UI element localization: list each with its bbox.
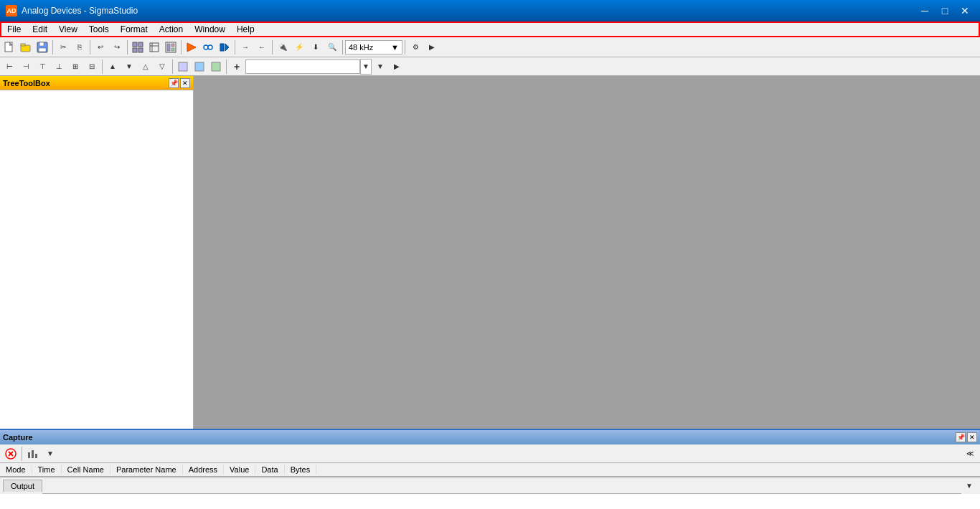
add-button[interactable]: + xyxy=(229,59,245,75)
maximize-button[interactable]: □ xyxy=(936,4,954,18)
sample-rate-dropdown[interactable]: 48 kHz ▼ xyxy=(345,40,402,54)
save-button[interactable] xyxy=(34,39,50,55)
svg-rect-31 xyxy=(35,454,37,458)
download-button[interactable]: ⬇ xyxy=(308,39,324,55)
settings-button[interactable]: ⚙ xyxy=(407,39,423,55)
toolbar2: ⊢ ⊣ ⊤ ⊥ ⊞ ⊟ ▲ ▼ △ ▽ + ▼ ▼ ▶ xyxy=(0,57,980,76)
tree-toolbox-header: TreeToolBox 📌 ✕ xyxy=(0,76,193,90)
col-mode: Mode xyxy=(0,465,32,475)
separator7 xyxy=(342,40,343,54)
capture-header: Capture 📌 ✕ xyxy=(0,430,980,444)
svg-rect-29 xyxy=(28,452,30,458)
menu-bar: File Edit View Tools Format Action Windo… xyxy=(0,22,980,37)
run-button[interactable] xyxy=(217,39,232,55)
menu-file[interactable]: File xyxy=(1,22,27,37)
svg-point-20 xyxy=(208,45,212,49)
capture-table-header: Mode Time Cell Name Parameter Name Addre… xyxy=(0,463,980,477)
toolbar-overflow[interactable]: ▶ xyxy=(424,39,440,55)
align-bottom-button[interactable]: ⊥ xyxy=(51,59,67,75)
cap-sep1 xyxy=(22,447,22,461)
menu-edit[interactable]: Edit xyxy=(27,22,53,37)
export-button[interactable]: → xyxy=(237,39,253,55)
sep-tb2-3 xyxy=(226,60,227,74)
bring-front-button[interactable]: ▲ xyxy=(105,59,121,75)
disconnect-button[interactable]: ⚡ xyxy=(291,39,307,55)
align-center-button[interactable]: ⊣ xyxy=(18,59,34,75)
capture-pin-button[interactable]: 📌 xyxy=(956,432,966,442)
copy-button[interactable]: ⎘ xyxy=(72,39,88,55)
svg-rect-5 xyxy=(39,48,46,52)
compile-button[interactable] xyxy=(184,39,199,55)
tree-toolbox-title: TreeToolBox xyxy=(3,79,50,87)
new-button[interactable] xyxy=(1,39,17,55)
grid-button[interactable] xyxy=(130,39,146,55)
svg-rect-7 xyxy=(138,42,143,47)
menu-window[interactable]: Window xyxy=(189,22,231,37)
footer-scroll-btn[interactable]: ▼ xyxy=(961,478,977,494)
svg-rect-4 xyxy=(39,42,44,46)
menu-format[interactable]: Format xyxy=(115,22,154,37)
menu-view[interactable]: View xyxy=(53,22,83,37)
color1-button[interactable] xyxy=(175,59,191,75)
connect-button[interactable]: 🔌 xyxy=(275,39,291,55)
cut-button[interactable]: ✂ xyxy=(55,39,71,55)
svg-rect-16 xyxy=(171,48,174,51)
link-button[interactable] xyxy=(200,39,216,55)
sep-tb2-1 xyxy=(102,60,103,74)
distribute-h-button[interactable]: ⊞ xyxy=(67,59,83,75)
col-data: Data xyxy=(255,465,284,475)
svg-rect-30 xyxy=(32,450,34,458)
bring-forward-button[interactable]: △ xyxy=(138,59,154,75)
dropdown-btn[interactable]: ▼ xyxy=(360,59,372,75)
debug-button[interactable]: 🔍 xyxy=(324,39,340,55)
svg-rect-10 xyxy=(150,43,159,52)
import-button[interactable]: ← xyxy=(254,39,270,55)
capture-collapse-btn[interactable]: ≪ xyxy=(963,448,977,460)
svg-rect-25 xyxy=(212,62,220,71)
send-back-button[interactable]: ▼ xyxy=(121,59,137,75)
close-button[interactable]: ✕ xyxy=(956,4,974,18)
align-top-button[interactable]: ⊤ xyxy=(34,59,50,75)
col-address: Address xyxy=(183,465,224,475)
col-time: Time xyxy=(32,465,62,475)
separator8 xyxy=(405,40,405,54)
view-input[interactable] xyxy=(245,60,360,74)
toolbar2-overflow[interactable]: ▶ xyxy=(389,59,405,75)
sample-rate-value: 48 kHz xyxy=(349,43,373,52)
align-left-button[interactable]: ⊢ xyxy=(1,59,17,75)
capture-dropdown-btn[interactable]: ▼ xyxy=(42,446,58,462)
menu-action[interactable]: Action xyxy=(154,22,189,37)
schematic-button[interactable] xyxy=(146,39,162,55)
distribute-v-button[interactable]: ⊟ xyxy=(84,59,100,75)
menu-help[interactable]: Help xyxy=(231,22,260,37)
output-tab[interactable]: Output xyxy=(3,480,42,492)
canvas-area[interactable] xyxy=(194,76,980,429)
send-backward-button[interactable]: ▽ xyxy=(154,59,170,75)
tree-toolbox: TreeToolBox 📌 ✕ xyxy=(0,76,194,429)
color2-button[interactable] xyxy=(192,59,207,75)
svg-rect-2 xyxy=(21,44,25,46)
redo-button[interactable]: ↪ xyxy=(109,39,125,55)
layout-button[interactable] xyxy=(163,39,179,55)
capture-title: Capture xyxy=(3,433,33,442)
minimize-button[interactable]: ─ xyxy=(915,4,934,18)
undo-button[interactable]: ↩ xyxy=(93,39,108,55)
pin-button[interactable]: 📌 xyxy=(169,78,179,88)
capture-panel: Capture 📌 ✕ ▼ ≪ Mode xyxy=(0,430,980,509)
svg-rect-15 xyxy=(171,44,174,47)
svg-rect-23 xyxy=(179,62,187,71)
svg-rect-6 xyxy=(133,42,137,47)
capture-close-button[interactable]: ✕ xyxy=(967,432,977,442)
bottom-section: Capture 📌 ✕ ▼ ≪ Mode xyxy=(0,429,980,509)
capture-chart-btn[interactable] xyxy=(25,446,41,462)
scroll-down-btn[interactable]: ▼ xyxy=(372,59,388,75)
open-button[interactable] xyxy=(18,39,34,55)
separator4 xyxy=(181,40,182,54)
close-panel-button[interactable]: ✕ xyxy=(180,78,190,88)
svg-marker-17 xyxy=(187,43,196,52)
menu-tools[interactable]: Tools xyxy=(83,22,115,37)
svg-point-19 xyxy=(204,45,208,49)
col-value: Value xyxy=(224,465,255,475)
color3-button[interactable] xyxy=(208,59,224,75)
capture-error-btn[interactable] xyxy=(3,446,19,462)
